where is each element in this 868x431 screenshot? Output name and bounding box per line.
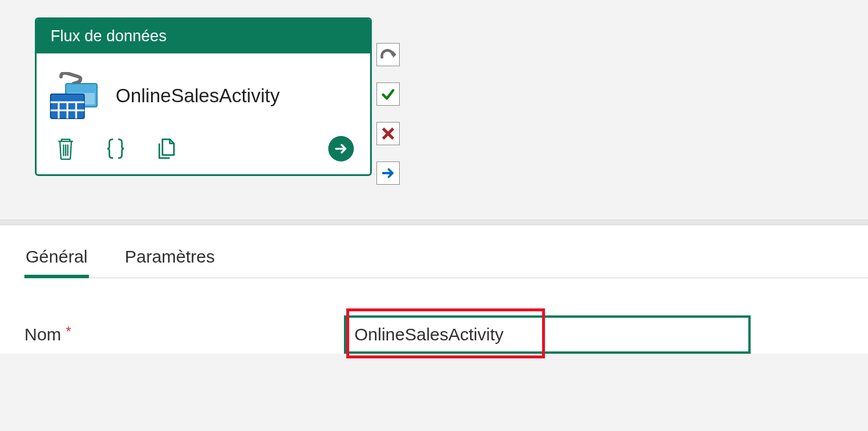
name-input-wrapper	[344, 315, 751, 354]
panel-divider	[0, 220, 868, 225]
copy-button[interactable]	[153, 136, 178, 161]
tab-general-label: Général	[26, 247, 88, 266]
tab-settings-label: Paramètres	[125, 247, 215, 266]
activity-header: Flux de données	[37, 19, 370, 53]
name-label: Nom *	[24, 325, 344, 344]
activity-connectors	[376, 17, 400, 185]
activity-type-label: Flux de données	[51, 27, 167, 45]
dataflow-icon	[48, 72, 101, 120]
connector-completion[interactable]	[376, 161, 400, 185]
delete-button[interactable]	[53, 136, 78, 161]
properties-tabs: Général Paramètres	[24, 225, 868, 278]
activity-toolbar	[37, 125, 370, 174]
activity-name-label: OnlineSalesActivity	[116, 85, 279, 107]
required-indicator: *	[66, 324, 71, 340]
name-input[interactable]	[344, 315, 751, 354]
tab-general[interactable]: Général	[24, 247, 89, 278]
activity-wrapper: Flux de données	[35, 17, 868, 185]
execute-arrow-button[interactable]	[328, 136, 354, 161]
code-braces-button[interactable]	[103, 136, 128, 161]
svg-marker-13	[393, 51, 396, 58]
connector-failure[interactable]	[376, 122, 400, 145]
connector-loop[interactable]	[376, 43, 400, 66]
pipeline-canvas: Flux de données	[0, 0, 868, 220]
activity-body: OnlineSalesActivity	[37, 53, 370, 125]
dataflow-activity-card[interactable]: Flux de données	[35, 17, 372, 176]
form-row-name: Nom *	[24, 278, 868, 354]
connector-success[interactable]	[376, 82, 400, 106]
tab-settings[interactable]: Paramètres	[124, 247, 216, 278]
properties-panel: Général Paramètres Nom *	[0, 225, 868, 354]
name-label-text: Nom	[24, 325, 61, 344]
